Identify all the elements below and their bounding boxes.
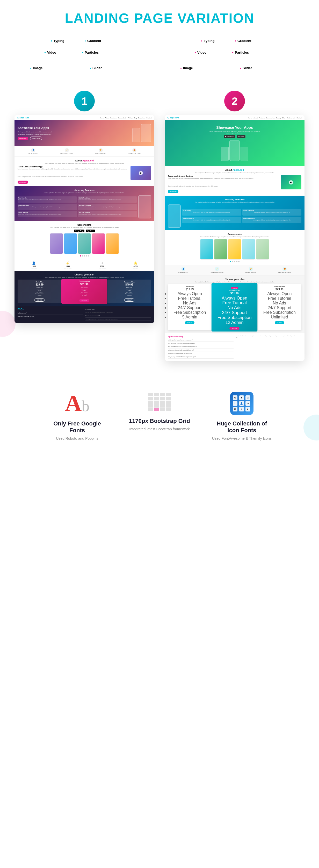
icon-download: ⬇ [233,401,237,406]
mini-hero-text-v1: Showcase Your Apps Sed ut perspiciatis u… [18,126,57,140]
basic-signup-v2[interactable]: SIGN UP [185,321,194,324]
faq-col-mid-v1: Is this app free ? Yes only with limited… [86,308,151,321]
tag-image-v2: Image [180,66,193,70]
feature-grid: 1170px Bootstrap Grid Integrated latest … [129,392,190,441]
screenshot-3 [78,233,91,254]
mini-about-btn-v2[interactable]: Download [168,190,179,193]
tag-image-v1: Image [30,66,43,70]
faq-item-1: Is this app free ? [18,311,84,315]
ss-dots-v2 [168,261,301,262]
phone-sm-1 [132,128,140,142]
mini-nav-links-v1: Home About Features Screenshots Pricing … [100,117,152,119]
grid-desc: Integrated latest Bootstrap framework [129,427,190,432]
play-button-v2[interactable]: ▶ [289,180,293,184]
faq-col-left-v1: FAQ... Is this app free ? How can I down… [18,308,84,321]
variation-number-1: 1 [74,91,95,112]
tag-gradient-v1: Gradient [85,39,101,43]
phone-sm2-v2 [241,147,248,161]
basic-plan-v1: Basic Plan $19.99 Always Open Free Tutor… [18,280,61,303]
screenshot-4 [92,233,105,254]
page-header: LANDING PAGE VARIATION [0,0,319,31]
mini-faq-content-v1: FAQ... Is this app free ? How can I down… [18,308,151,321]
mini-phone-center-v1 [138,195,151,218]
dot-v2-3[interactable] [234,261,235,262]
mini-about-v1: About AppsLand Yum is agitto ilan. Sed f… [14,157,154,186]
mini-download-btn-v1[interactable]: Download [18,137,28,140]
feature-fast-speed: ⚡ SUPER FAST SPEED [60,148,73,154]
dot-4[interactable] [86,255,87,256]
stat-users: 👤 156K USER USED [31,261,37,269]
faq-item-4: Yes only with limited features and exclu… [86,311,151,314]
mini-amazing-v2: Amazing Features Yum is agitto ilan. Sed… [165,196,305,230]
feat-award: Award Winning Lorem ipsum dolor sit amet… [18,211,77,217]
premium-signup-v1[interactable]: SIGN UP [79,299,89,302]
mini-screenshots-v2: Screenshots Yum is agitto ilan. Sed feme… [165,230,305,265]
feat-user-friendly-v2: User Friendly Lorem ipsum dolor sit amet… [182,209,241,216]
features-grid-v2: User Friendly Lorem ipsum dolor sit amet… [182,209,301,223]
stat-rate: ⭐ 4.9/5 APP RATE [133,261,138,269]
grid-title: 1170px Bootstrap Grid [129,418,190,425]
mini-learn-btn-v1[interactable]: Learn More [30,136,42,140]
mini-amazing-content-v1: User Friendly Lorem ipsum dolor sit amet… [18,195,151,218]
dot-1[interactable] [80,255,81,256]
play-button-v1[interactable]: ▶ [139,171,143,175]
mini-features-row-v2: 👤 USER FRIENDLY ⚡ SUPER FAST SPEED 🏆 AWA… [165,265,305,275]
google-play-badge-v1[interactable]: Google Play [74,229,85,232]
faq-item-5: How to make a request ? [86,314,151,318]
premium-signup-v2[interactable]: SIGN UP [230,327,240,330]
icons-icon: ⚙ ♥ ⚗ ⬇ 👤 ☁ ✉ ↺ ★ [230,392,254,415]
dot-v2-2[interactable] [232,261,233,262]
faq-v2-item-6: Are you guys available for creating cust… [168,355,233,359]
mini-faq-v1: FAQ... Is this app free ? How can I down… [14,306,154,323]
fonts-icon: Ab [65,392,90,415]
google-play-v2[interactable]: ▶ Google Play [224,135,235,138]
mini-amazing-content-v2: User Friendly Lorem ipsum dolor sit amet… [168,205,301,228]
dot-3[interactable] [84,255,85,256]
dot-v2-5[interactable] [238,261,240,262]
stat-code: ⚡ 153K LINE OF CODE [64,261,71,269]
business-plan-v1: Business Plan $49.99 Always Open Free Tu… [107,280,151,303]
mini-amazing-v1: Amazing Features Yum is agitto ilan. Sed… [14,186,154,221]
business-signup-v2[interactable]: SIGN UP [275,321,284,324]
screenshot-1 [50,233,63,254]
mini-faq-content-v2: AppsLand FAQ Is this app free to use for… [168,335,301,359]
business-plan-v2: Business Plan $49.99 Always Open Free Tu… [258,284,301,330]
mini-video-v2[interactable]: ▶ [281,175,301,189]
app-store-badge-v1[interactable]: App Store [86,229,95,232]
icon-mail: ✉ [233,407,237,411]
mini-video-v1[interactable]: ▶ [130,166,151,180]
mini-phone-center-v2 [168,205,181,228]
preview-v1: ⬡ apps land Home About Features Screensh… [14,115,154,323]
feature-fonts: Ab Only Free Google Fonts Used Roboto an… [46,392,108,441]
icon-star: ★ [246,407,250,411]
faq-v2-item-1: Is this app free to use for commercial u… [168,338,233,342]
feature-award: 🏆 AWARD WINNING [95,148,106,154]
feat-insight-v2: Insight Resolution Lorem ipsum dolor sit… [182,217,241,223]
dot-2[interactable] [82,255,83,256]
phone-main-1 [141,124,151,142]
faq-col-right-v2: Yes it is with a limited number of proje… [235,335,301,359]
dot-v2-1[interactable] [230,261,231,262]
basic-signup-v1[interactable]: SIGN UP [34,299,44,302]
grid-icon [147,392,172,412]
business-signup-v1[interactable]: SIGN UP [124,299,134,302]
mini-about-btn-v1[interactable]: Download [18,181,28,184]
tags-area-v2: Typing Gradient Video Particles Image Sl… [165,36,305,88]
dot-5[interactable] [88,255,89,256]
icon-refresh: ↺ [239,407,244,411]
faq-v2-item-3: How and where can we download latest upd… [168,345,233,348]
mini-logo-v1: ⬡ apps land [17,117,29,119]
app-store-v2[interactable]: App Store [237,135,246,138]
variation-number-2: 2 [224,91,245,112]
premium-plan-v1: Premium plan $31.99 Always Open Free Tut… [61,279,107,304]
mini-nav-v2: ⬡ apps land Home About Features Screensh… [165,115,305,120]
tag-typing-v1: Typing [51,39,64,43]
pricing-cards-v2: Basic Plan $19.99 Always Open Free Tutor… [168,284,301,330]
mini-pricing-v2: Choose your plan Yum is agitto ilan. Sed… [165,275,305,333]
page-title: LANDING PAGE VARIATION [5,10,314,26]
icon-heart: ♥ [239,395,244,400]
mini-phones-v2 [221,140,248,161]
icon-gear: ⚙ [233,395,237,400]
dot-v2-4[interactable] [236,261,237,262]
variations-container: Typing Gradient Video Particles Image Sl… [0,31,319,376]
